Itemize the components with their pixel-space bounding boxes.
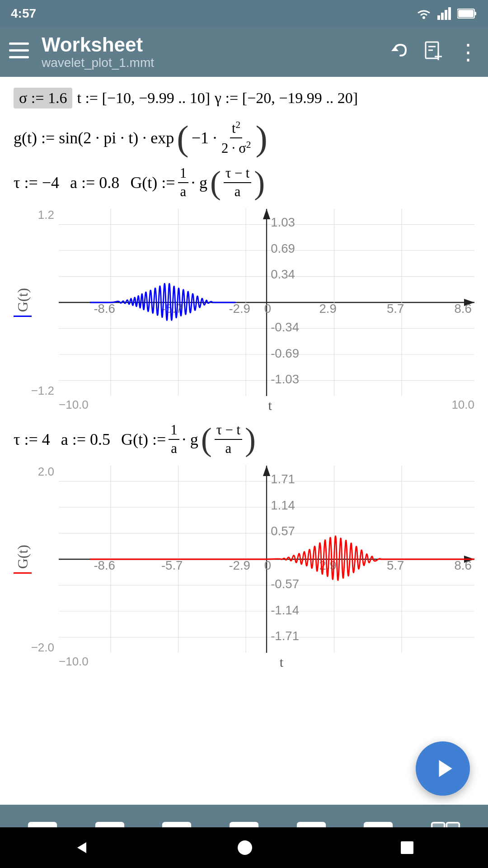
svg-marker-92 <box>77 842 86 853</box>
status-icons <box>416 7 477 20</box>
svg-text:0.34: 0.34 <box>271 267 295 281</box>
toolbar: Worksheet wavelet_plot_1.mmt ⋮ <box>0 27 488 77</box>
add-note-button[interactable] <box>424 40 444 64</box>
svg-text:-2.9: -2.9 <box>229 558 250 572</box>
svg-text:8.6: 8.6 <box>455 302 472 316</box>
time-display: 4:57 <box>11 6 36 21</box>
svg-rect-10 <box>9 56 29 58</box>
back-button[interactable] <box>73 839 91 857</box>
svg-text:0: 0 <box>264 558 271 572</box>
svg-rect-8 <box>9 42 29 45</box>
svg-text:-8.6: -8.6 <box>94 558 115 572</box>
home-button[interactable] <box>236 839 254 857</box>
svg-text:1.03: 1.03 <box>271 215 295 229</box>
svg-text:1.71: 1.71 <box>271 472 295 486</box>
more-button[interactable]: ⋮ <box>457 39 479 65</box>
svg-text:-1.14: -1.14 <box>271 603 299 617</box>
svg-text:2.9: 2.9 <box>319 302 337 316</box>
chart1-container: 1.2 G(t) −1.2 <box>14 209 474 413</box>
svg-text:5.7: 5.7 <box>387 558 404 572</box>
svg-text:-5.7: -5.7 <box>161 558 183 572</box>
toolbar-actions: ⋮ <box>390 39 479 65</box>
main-content: σ := 1.6 t := [−10, −9.99 .. 10] γ := [−… <box>0 77 488 805</box>
svg-rect-6 <box>474 12 476 15</box>
params1-row: τ := −4 a := 0.8 G(t) := 1 a · g ( τ − t… <box>14 165 474 200</box>
svg-point-93 <box>238 840 252 855</box>
svg-text:0: 0 <box>264 302 271 316</box>
params2-row: τ := 4 a := 0.5 G(t) := 1 a · g ( τ − t … <box>14 422 474 457</box>
status-bar: 4:57 <box>0 0 488 27</box>
svg-rect-94 <box>401 841 413 854</box>
svg-text:-0.34: -0.34 <box>271 321 299 335</box>
menu-button[interactable] <box>9 42 29 61</box>
svg-text:-0.57: -0.57 <box>271 577 299 591</box>
formula-g: g(t) := sin(2 · pi · t) · exp ( −1 · t2 … <box>14 119 474 156</box>
sigma-expr[interactable]: σ := 1.6 <box>14 88 72 108</box>
svg-marker-56 <box>263 466 270 476</box>
svg-text:-8.6: -8.6 <box>94 302 115 316</box>
svg-text:8.6: 8.6 <box>455 558 472 572</box>
svg-rect-7 <box>458 10 474 17</box>
recents-button[interactable] <box>399 840 415 856</box>
svg-marker-28 <box>263 209 270 219</box>
toolbar-title-area: Worksheet wavelet_plot_1.mmt <box>42 34 390 70</box>
svg-rect-4 <box>448 7 451 20</box>
svg-text:-1.03: -1.03 <box>271 373 299 387</box>
toolbar-subtitle: wavelet_plot_1.mmt <box>42 56 390 70</box>
svg-text:0.69: 0.69 <box>271 241 295 255</box>
undo-button[interactable] <box>390 41 410 63</box>
chart2-svg: 1.71 1.14 0.57 -0.57 -1.14 -1.71 -8.6 -5… <box>59 466 474 653</box>
chart2-container: 2.0 G(t) −2.0 <box>14 466 474 670</box>
svg-rect-2 <box>441 13 444 20</box>
gamma-expr: γ := [−20, −19.99 .. 20] <box>215 90 358 107</box>
svg-point-0 <box>422 16 425 19</box>
expr-bar: σ := 1.6 t := [−10, −9.99 .. 10] γ := [−… <box>14 88 474 108</box>
svg-text:1.14: 1.14 <box>271 498 295 512</box>
toolbar-title: Worksheet <box>42 34 390 56</box>
chart1-svg: 1.03 0.69 0.34 -0.34 -0.69 -1.03 -8.6 -5… <box>59 209 474 396</box>
signal-icon <box>437 7 452 20</box>
play-fab-button[interactable] <box>416 741 470 796</box>
svg-text:5.7: 5.7 <box>387 302 404 316</box>
t-expr: t := [−10, −9.99 .. 10] <box>77 90 210 107</box>
svg-text:-1.71: -1.71 <box>271 629 299 643</box>
svg-rect-9 <box>9 49 29 52</box>
android-nav-bar <box>0 827 488 868</box>
svg-text:-0.69: -0.69 <box>271 346 299 360</box>
svg-rect-1 <box>437 15 440 20</box>
svg-marker-73 <box>439 760 452 777</box>
wifi-icon <box>416 7 432 20</box>
svg-rect-3 <box>445 10 447 20</box>
svg-text:-2.9: -2.9 <box>229 302 250 316</box>
battery-icon <box>457 8 477 19</box>
svg-text:0.57: 0.57 <box>271 524 295 538</box>
svg-marker-11 <box>391 47 399 51</box>
